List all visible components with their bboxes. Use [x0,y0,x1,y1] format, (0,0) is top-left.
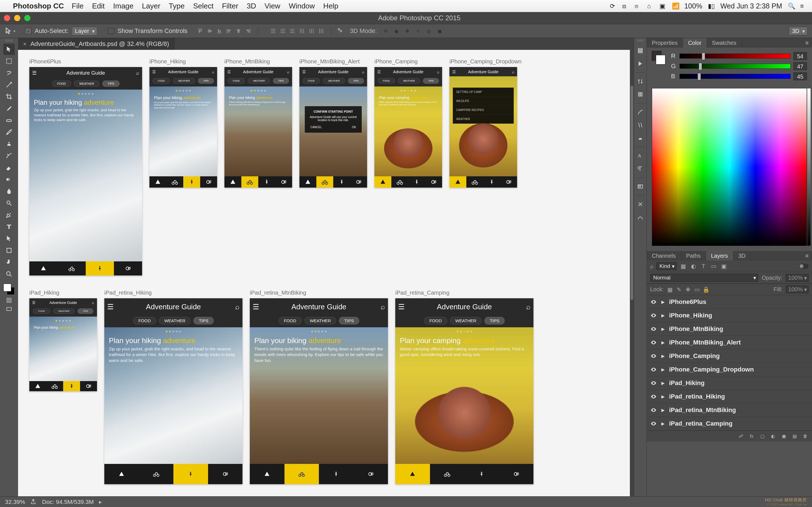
lock-pixels-icon[interactable]: ✎ [676,286,682,293]
distribute-top-icon[interactable] [269,27,277,35]
menu-select[interactable]: Select [193,2,213,10]
eraser-tool[interactable] [3,162,15,173]
category-pill[interactable]: FOOD [33,308,50,314]
align-vcenter-icon[interactable] [206,27,214,35]
lock-artboard-icon[interactable]: ▭ [694,286,700,293]
nav-item[interactable] [104,464,139,484]
nav-item[interactable] [258,176,275,187]
panel-icon-clone-source[interactable] [636,133,645,143]
category-pill[interactable]: FOOD [52,80,71,87]
layer-disclosure-icon[interactable]: ▶ [661,421,665,426]
search-icon[interactable]: ⌕ [136,70,139,76]
auto-align-icon[interactable] [337,27,344,35]
category-pill[interactable]: TIPS [78,308,93,314]
category-pill[interactable]: WEATHER [248,78,270,83]
lock-transparency-icon[interactable]: ▦ [667,286,673,293]
nav-item[interactable] [425,176,442,187]
search-icon[interactable]: ⌕ [437,69,439,74]
menu-3d[interactable]: 3D [247,2,256,10]
layer-visibility-icon[interactable] [650,420,657,427]
menu-filter[interactable]: Filter [222,2,238,10]
filter-search-icon[interactable]: ⌕ [650,263,654,270]
nav-item[interactable] [46,381,63,391]
category-pill[interactable]: TIPS [348,78,364,83]
category-pill[interactable]: FOOD [278,317,302,325]
menu-file[interactable]: File [72,2,84,10]
category-pill[interactable]: TIPS [198,78,214,83]
menu-view[interactable]: View [264,2,280,10]
alert-ok-button[interactable]: OK [352,126,356,129]
new-fill-adjust-icon[interactable]: ◐ [770,433,776,440]
menubar-battery-icon[interactable]: ▮▯ [708,3,715,9]
artboard-label[interactable]: iPad_retina_Camping [395,290,534,296]
panel-icon-actions[interactable] [636,59,645,68]
menu-type[interactable]: Type [169,2,185,10]
hamburger-icon[interactable]: ☰ [227,69,231,74]
eyedropper-tool[interactable] [3,103,15,114]
align-right-icon[interactable] [244,27,252,35]
tab-layers[interactable]: Layers [706,251,733,261]
new-group-icon[interactable]: ▣ [780,433,787,440]
nav-item[interactable] [319,464,354,484]
hamburger-icon[interactable]: ☰ [253,302,259,311]
tool-indicator-move-icon[interactable] [4,27,12,35]
category-pill[interactable]: FOOD [424,317,447,325]
artboard[interactable]: ☰Adventure Guide⌕FOODWEATHERTIPSCONFIRM … [299,67,367,187]
artboard[interactable]: ☰Adventure Guide⌕FOODWEATHERTIPSPlan you… [250,298,388,484]
hamburger-icon[interactable]: ☰ [302,69,306,74]
category-pill[interactable]: TIPS [193,317,214,325]
artboard[interactable]: ☰Adventure Guide⌕FOODWEATHERTIPSPlan you… [29,298,97,391]
category-pill[interactable]: TIPS [485,317,505,325]
menubar-wifi-icon[interactable]: 📶 [672,3,679,9]
nav-item[interactable] [139,464,174,484]
menubar-dropbox-icon[interactable]: ⧈ [622,3,629,9]
artboard[interactable]: ☰Adventure Guide⌕FOODWEATHERTIPSPlan you… [104,298,243,484]
r-slider[interactable] [679,54,791,59]
healing-brush-tool[interactable] [3,115,15,126]
panel-icon-brushes[interactable] [636,107,645,117]
artboard-label[interactable]: iPhone_Camping [374,58,442,65]
distribute-right-icon[interactable] [317,27,325,35]
filter-kind-dropdown[interactable]: Kind [656,262,677,270]
threeD-slide-icon[interactable]: ⤡ [414,27,422,35]
g-slider[interactable] [679,64,791,69]
layer-item[interactable]: ▶iPhone6Plus [647,295,812,309]
delete-layer-icon[interactable]: 🗑 [802,433,809,440]
magic-wand-tool[interactable] [3,79,15,91]
layer-visibility-icon[interactable] [650,339,657,346]
category-pill[interactable]: WEATHER [159,317,191,325]
nav-item[interactable] [395,464,430,484]
nav-item[interactable] [408,176,425,187]
search-icon[interactable]: ⌕ [512,69,514,74]
color-spectrum[interactable] [652,88,807,246]
layer-style-icon[interactable]: fx [748,433,755,440]
menu-window[interactable]: Window [289,2,315,10]
hamburger-icon[interactable]: ☰ [152,69,156,74]
category-pill[interactable]: FOOD [303,78,320,83]
workspace-dropdown[interactable]: 3D [789,27,808,35]
layer-visibility-icon[interactable] [650,326,657,332]
layer-visibility-icon[interactable] [650,366,657,373]
artboard-label[interactable]: iPhone_Hiking [149,58,217,65]
distribute-left-icon[interactable] [298,27,306,35]
layer-item[interactable]: ▶iPad_retina_Camping [647,417,812,431]
layer-disclosure-icon[interactable]: ▶ [661,300,665,304]
lasso-tool[interactable] [3,67,15,78]
panel-menu-icon[interactable]: ≡ [802,38,812,48]
marquee-tool[interactable] [3,55,15,67]
nav-item[interactable] [499,464,534,484]
search-icon[interactable]: ⌕ [92,300,94,305]
layer-visibility-icon[interactable] [650,407,657,413]
category-pill[interactable]: FOOD [133,317,156,325]
hamburger-icon[interactable]: ☰ [107,302,114,311]
blend-mode-dropdown[interactable]: Normal [650,274,758,282]
nav-item[interactable] [149,176,166,187]
category-pill[interactable]: WEATHER [323,78,345,83]
filter-shape-icon[interactable]: ▭ [710,263,717,270]
search-icon[interactable]: ⌕ [287,69,289,74]
zoom-tool[interactable] [3,269,15,280]
quick-mask-tool[interactable] [4,296,14,304]
history-brush-tool[interactable] [3,150,15,161]
layer-item[interactable]: ▶iPad_retina_MtnBiking [647,403,812,417]
artboard[interactable]: ☰Adventure Guide⌕FOODWEATHERTIPSPlan you… [224,67,292,187]
